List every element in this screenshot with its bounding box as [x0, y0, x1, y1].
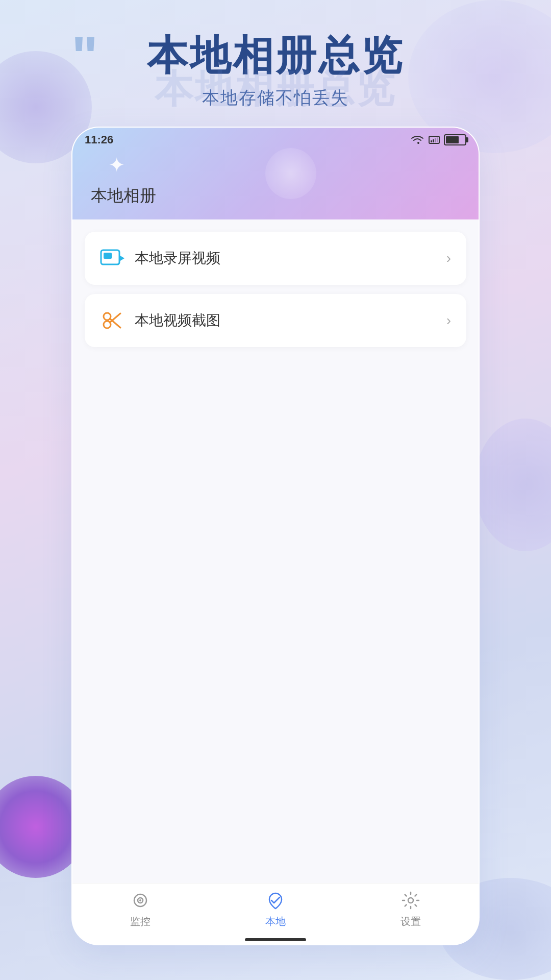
screen-record-label: 本地录屏视频	[135, 249, 220, 268]
screen-record-chevron: ›	[446, 250, 451, 266]
nav-item-monitor[interactable]: 监控	[72, 889, 208, 928]
nav-item-local[interactable]: 本地	[208, 889, 343, 928]
svg-point-14	[408, 898, 413, 903]
phone-frame: 11:26	[71, 127, 480, 945]
svg-point-13	[139, 899, 141, 901]
settings-nav-label: 设置	[400, 915, 421, 928]
home-indicator	[245, 938, 306, 941]
svg-rect-2	[435, 138, 436, 142]
menu-item-left: 本地录屏视频	[100, 246, 220, 271]
svg-rect-3	[437, 137, 438, 142]
svg-rect-5	[104, 253, 112, 259]
status-icons	[410, 134, 466, 145]
wifi-icon	[410, 135, 424, 145]
signal-icon	[429, 136, 440, 144]
menu-item-left-2: 本地视频截图	[100, 308, 220, 333]
svg-line-9	[110, 313, 120, 323]
screen-record-icon	[100, 246, 124, 271]
monitor-nav-icon	[129, 889, 152, 912]
menu-item-screen-record[interactable]: 本地录屏视频 ›	[85, 232, 466, 285]
local-nav-icon	[264, 889, 287, 912]
scissors-icon	[100, 308, 124, 333]
phone-page-title: 本地相册	[91, 185, 156, 207]
monitor-nav-label: 监控	[130, 915, 151, 928]
menu-item-video-screenshot[interactable]: 本地视频截图 ›	[85, 294, 466, 347]
phone-content: 本地录屏视频 › 本地视频截图 ›	[72, 219, 479, 883]
video-screenshot-chevron: ›	[446, 312, 451, 329]
phone-nav: 监控 本地	[72, 883, 479, 944]
svg-line-10	[110, 318, 120, 328]
nav-item-settings[interactable]: 设置	[343, 889, 479, 928]
bg-blob-right-mid	[474, 419, 551, 551]
settings-nav-icon	[399, 889, 422, 912]
hero-section: 本地相册总览 本地相册总览 本地存储不怕丢失	[0, 33, 551, 110]
video-screenshot-label: 本地视频截图	[135, 311, 220, 330]
svg-marker-6	[119, 255, 124, 261]
sparkle-decoration: ✦	[108, 153, 126, 177]
status-time: 11:26	[85, 133, 113, 146]
battery-icon	[444, 134, 466, 145]
phone-header-bg: 11:26	[72, 128, 479, 219]
status-bar: 11:26	[72, 128, 479, 152]
local-nav-label: 本地	[265, 915, 286, 928]
svg-rect-1	[433, 139, 434, 142]
hero-watermark: 本地相册总览	[0, 64, 551, 115]
svg-rect-0	[431, 140, 432, 142]
